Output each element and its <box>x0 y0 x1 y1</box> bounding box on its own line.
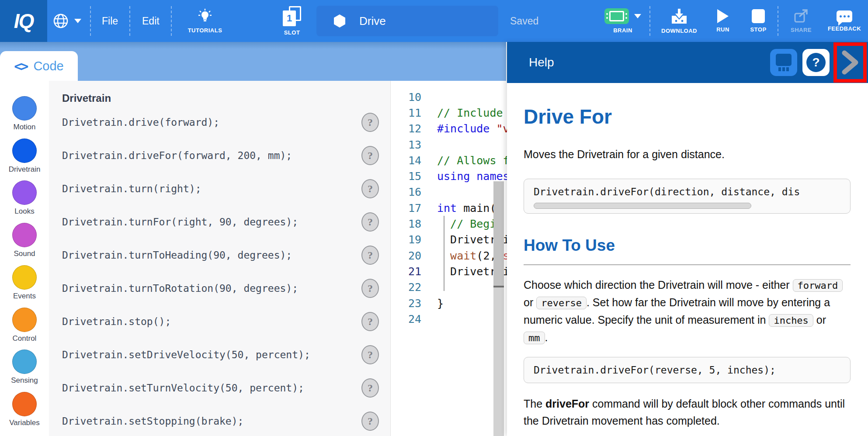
project-name: Drive <box>359 14 386 28</box>
usage-paragraph: Choose which direction the Drivetrain wi… <box>524 277 851 346</box>
editor-line: 10 <box>391 89 507 105</box>
command-help-button[interactable]: ? <box>361 345 379 364</box>
feedback-button[interactable]: FEEDBACK <box>822 0 867 42</box>
command-row[interactable]: Drivetrain.setStopping(brake);? <box>49 405 390 436</box>
command-help-button[interactable]: ? <box>361 246 379 265</box>
editor-line: 23} <box>391 295 507 311</box>
command-text: Drivetrain.turn(right); <box>62 183 201 194</box>
slot-button[interactable]: 1 SLOT <box>274 0 309 42</box>
project-name-box[interactable]: Drive <box>316 6 498 36</box>
line-number: 12 <box>391 122 421 135</box>
command-text: Drivetrain.driveFor(forward, 200, mm); <box>62 150 292 161</box>
command-help-button[interactable]: ? <box>361 279 379 298</box>
help-question-button[interactable]: ? <box>802 49 830 76</box>
help-panel-title: Help <box>529 55 554 69</box>
command-help-button[interactable]: ? <box>361 412 379 431</box>
workspace-header: <> Code <box>0 42 506 81</box>
help-question-icon: ? <box>806 53 826 72</box>
line-code: // Allows f <box>437 154 507 167</box>
chevron-down-icon <box>74 19 81 23</box>
command-row[interactable]: Drivetrain.turnToHeading(90, degrees);? <box>49 239 390 272</box>
tutorials-button[interactable]: TUTORIALS <box>177 0 233 42</box>
line-code: } <box>437 297 444 310</box>
scrollbar-thumb[interactable] <box>493 181 504 287</box>
stop-button[interactable]: STOP <box>742 0 775 42</box>
sidebar-category-sound[interactable]: Sound <box>0 223 49 258</box>
sidebar-category-drivetrain[interactable]: Drivetrain <box>0 138 49 174</box>
collapse-panel-highlight[interactable] <box>833 42 867 83</box>
sidebar-category-motion[interactable]: Motion <box>0 96 49 131</box>
hexagon-icon <box>334 14 345 28</box>
vexcode-iq-app: IQ File Edit <box>0 0 868 436</box>
feedback-label: FEEDBACK <box>828 25 861 32</box>
globe-icon <box>52 13 69 29</box>
tab-code[interactable]: <> Code <box>0 51 78 81</box>
brain-button[interactable]: BRAIN <box>599 0 647 42</box>
share-button[interactable]: SHARE <box>782 0 820 42</box>
sidebar-category-variables[interactable]: Variables <box>0 392 49 427</box>
sidebar-category-events[interactable]: Events <box>0 265 49 301</box>
command-help-button[interactable]: ? <box>361 212 379 232</box>
slot-icon: 1 <box>283 6 301 26</box>
download-button[interactable]: DOWNLOAD <box>654 0 705 42</box>
sidebar-category-looks[interactable]: Looks <box>0 180 49 216</box>
command-row[interactable]: Drivetrain.turnFor(right, 90, degrees);? <box>49 205 390 239</box>
run-button[interactable]: RUN <box>706 0 740 42</box>
menu-edit[interactable]: Edit <box>142 0 160 42</box>
toolbar-divider <box>129 6 130 36</box>
sidebar-category-control[interactable]: Control <box>0 308 49 343</box>
stop-icon <box>752 9 765 23</box>
language-menu[interactable] <box>52 0 81 42</box>
tutorials-label: TUTORIALS <box>188 27 222 34</box>
command-help-button[interactable]: ? <box>361 378 379 398</box>
command-text: Drivetrain.setDriveVelocity(50, percent)… <box>62 349 310 360</box>
line-number: 19 <box>391 233 421 246</box>
toolbar-divider <box>778 6 778 36</box>
command-text: Drivetrain.drive(forward); <box>62 117 219 128</box>
command-text: Drivetrain.turnToHeading(90, degrees); <box>62 249 292 261</box>
scrollbar-thumb[interactable] <box>534 203 751 209</box>
menu-file[interactable]: File <box>102 0 118 42</box>
line-number: 10 <box>391 91 421 104</box>
category-circle-icon <box>12 96 37 121</box>
signature-codebox: Drivetrain.driveFor(direction, distance,… <box>524 179 851 214</box>
sidebar-category-sensing[interactable]: Sensing <box>0 349 49 385</box>
code-angles-icon: <> <box>14 59 27 74</box>
command-row[interactable]: Drivetrain.turn(right);? <box>49 172 390 205</box>
command-help-button[interactable]: ? <box>361 146 379 165</box>
command-row[interactable]: Drivetrain.setDriveVelocity(50, percent)… <box>49 338 390 371</box>
help-brain-filter-button[interactable] <box>770 49 797 76</box>
category-circle-icon <box>12 180 37 205</box>
codebox-horizontal-scrollbar[interactable] <box>534 203 840 209</box>
command-text: Drivetrain.stop(); <box>62 316 171 327</box>
editor-vertical-scrollbar[interactable] <box>493 181 504 436</box>
command-row[interactable]: Drivetrain.stop();? <box>49 305 390 338</box>
toolbar-divider <box>649 6 650 36</box>
section-divider <box>524 264 851 265</box>
line-number: 18 <box>391 218 421 230</box>
command-row[interactable]: Drivetrain.turnToRotation(90, degrees);? <box>49 272 390 305</box>
saved-status: Saved <box>510 0 538 42</box>
editor-line: 17int main() { <box>391 200 507 216</box>
chevron-down-icon <box>634 14 641 18</box>
command-list-header: Drivetrain <box>62 92 111 104</box>
line-number: 15 <box>391 170 421 183</box>
category-label: Control <box>13 334 37 343</box>
command-row[interactable]: Drivetrain.drive(forward);? <box>49 106 390 139</box>
category-label: Sound <box>14 249 35 258</box>
download-label: DOWNLOAD <box>661 28 697 34</box>
command-row[interactable]: Drivetrain.setTurnVelocity(50, percent);… <box>49 371 390 405</box>
command-help-button[interactable]: ? <box>361 113 379 132</box>
command-text: Drivetrain.turnToRotation(90, degrees); <box>62 283 298 294</box>
command-help-button[interactable]: ? <box>361 179 379 198</box>
how-to-use-heading: How To Use <box>524 236 851 255</box>
command-help-button[interactable]: ? <box>361 312 379 331</box>
category-label: Drivetrain <box>9 165 41 174</box>
code-editor[interactable]: 1011// Include t12#include "v1314// Allo… <box>390 81 507 436</box>
note-paragraph: The driveFor command will by default blo… <box>524 395 851 429</box>
line-number: 13 <box>391 138 421 151</box>
command-row[interactable]: Drivetrain.driveFor(forward, 200, mm);? <box>49 139 390 172</box>
category-label: Events <box>13 292 36 301</box>
editor-line: 18 // Begin p <box>391 216 507 232</box>
chevron-right-icon <box>840 50 860 75</box>
